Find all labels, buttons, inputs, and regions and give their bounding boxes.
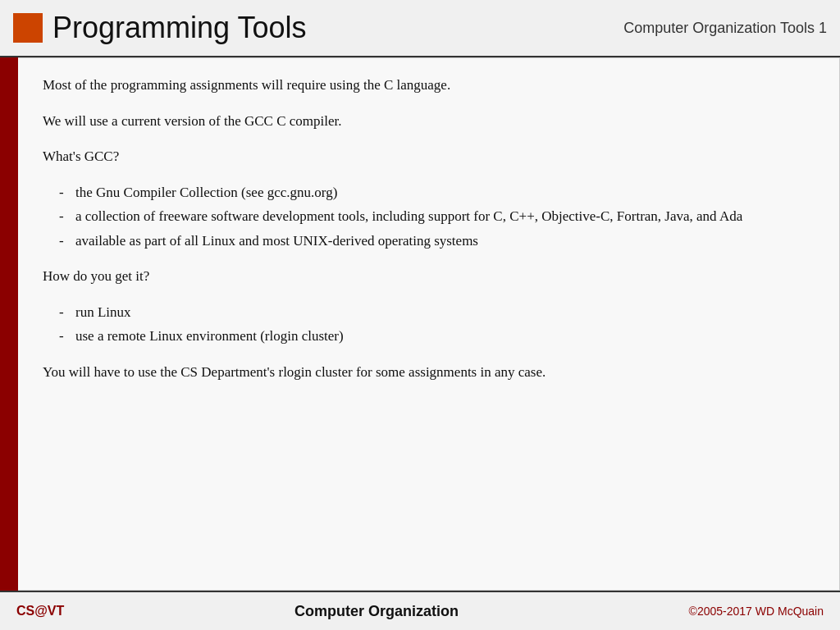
paragraph-1: Most of the programming assignments will… — [43, 75, 815, 96]
footer-left-text: CS@VT — [16, 604, 64, 619]
header-left: Programming Tools — [13, 11, 623, 45]
page-title: Programming Tools — [52, 11, 306, 45]
orange-square-icon — [13, 13, 43, 43]
content-area: Most of the programming assignments will… — [18, 57, 840, 591]
header-subtitle: Computer Organization Tools 1 — [623, 20, 827, 37]
footer: CS@VT Computer Organization ©2005-2017 W… — [0, 591, 840, 630]
list-item: available as part of all Linux and most … — [43, 231, 815, 252]
paragraph-2: We will use a current version of the GCC… — [43, 111, 815, 132]
list-item: the Gnu Compiler Collection (see gcc.gnu… — [43, 182, 815, 203]
footer-center-text: Computer Organization — [294, 603, 459, 620]
main-area: Most of the programming assignments will… — [0, 57, 840, 591]
list-item: use a remote Linux environment (rlogin c… — [43, 326, 815, 347]
header: Programming Tools Computer Organization … — [0, 0, 840, 57]
left-accent-bar — [0, 57, 18, 591]
footer-right-text: ©2005-2017 WD McQuain — [689, 605, 824, 618]
howget-title: How do you get it? — [43, 266, 815, 287]
list-item: run Linux — [43, 302, 815, 323]
list-item: a collection of freeware software develo… — [43, 206, 815, 227]
whatsgcc-list: the Gnu Compiler Collection (see gcc.gnu… — [43, 182, 815, 252]
paragraph-3: You will have to use the CS Department's… — [43, 362, 815, 383]
howget-list: run Linux use a remote Linux environment… — [43, 302, 815, 347]
whatsgcc-title: What's GCC? — [43, 146, 815, 167]
